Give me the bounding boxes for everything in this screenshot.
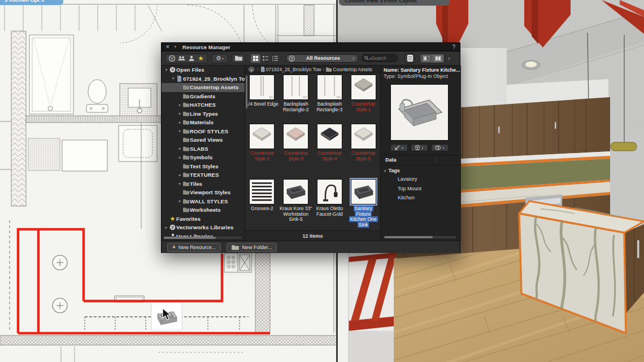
tree-item-gradients[interactable]: Gradients [162,92,245,101]
tree-item-viewport-styles[interactable]: Viewport Styles [162,188,245,197]
preview-mode-2d-button[interactable]: ▾ [390,144,408,151]
list-detail-view-icon[interactable] [270,54,280,63]
tree-item-roof-styles[interactable]: ▸ROOF STYLES [162,127,245,136]
tree-item-line-types[interactable]: ▸Line Types [162,110,245,119]
resource-thumbnail[interactable] [283,124,308,149]
search-box[interactable]: ▾ [362,54,398,62]
tree-item-slabs[interactable]: ▸SLABS [162,145,245,154]
tree-item-saved-views[interactable]: Saved Views [162,136,245,145]
toolbar-overflow-icon[interactable]: › [448,55,450,62]
resource-thumbnail[interactable] [351,124,376,149]
single-pane-icon[interactable] [420,54,432,63]
dragged-sink-symbol[interactable] [151,303,182,331]
tree-item-symbols[interactable]: ▸Symbols [162,153,245,162]
expand-icon[interactable]: ▸ [177,129,182,133]
preview-pane-toggle-group [420,54,445,63]
settings-button[interactable]: ⚙▾ [211,54,228,63]
tree-item-wall-styles[interactable]: ▸WALL STYLES [162,197,245,206]
resource-item-countertop-style-2[interactable]: Countertop Style-2 [245,123,279,178]
resource-thumbnail[interactable] [317,75,342,100]
expand-icon[interactable]: ▸ [177,111,182,116]
tree-item-hatches[interactable]: ▸HATCHES [162,101,245,110]
tag-item-top-mount[interactable]: Top Mount [398,186,421,191]
new-folder-button[interactable]: New Folder... [227,243,277,252]
resource-thumbnail[interactable] [249,179,275,204]
tree-item-textures[interactable]: ▸TEXTURES [162,171,245,180]
resource-item-countertop-style-3[interactable]: Countertop Style-3 [279,123,313,178]
resource-item-countertop-style-1[interactable]: Countertop Style-1 [346,73,380,123]
collapse-icon[interactable]: ▾ [171,76,176,81]
tags-group-header[interactable]: ▾Tags [384,168,400,173]
close-icon[interactable]: ✕ [166,44,170,50]
resource-item-1-4-bevel-edge[interactable]: 1/4 Bevel Edge [245,73,279,123]
resource-item-countertop-style-5[interactable]: Countertop Style-5 [346,123,380,178]
vw-icon: V [169,224,176,230]
resource-item-sanitary-fixture-kitchen-one-sink[interactable]: Sanitary Fixture Kitchen One Sink [346,178,380,230]
expand-icon[interactable]: ▸ [177,120,182,125]
new-folder-toolbar-button[interactable] [232,54,245,63]
resource-thumbnail[interactable] [249,124,275,149]
tree-item-tiles[interactable]: ▸Tiles [162,180,245,189]
favorites-icon[interactable]: ★ [196,54,206,63]
resource-thumbnail[interactable] [283,179,308,204]
add-window-icon[interactable]: + [174,44,177,50]
breadcrumb-file[interactable]: 071924_25_Brooklyn Tow [266,67,321,72]
preview-mode-3d-button[interactable]: ▾ [411,144,428,151]
tree-item-open-files[interactable]: ▾VOpen Files [162,66,245,75]
tag-item-kitchen[interactable]: Kitchen [398,195,421,200]
render-view-label[interactable]: Custom View 3 Floor Layout [339,0,450,6]
user-libraries-icon[interactable] [186,54,196,63]
resource-thumbnail[interactable] [351,179,376,204]
resource-item-kraus-oletto-faucet-gold[interactable]: Kraus Oletto Faucet-Gold [313,178,347,230]
expand-icon[interactable]: ▸ [177,181,182,186]
breadcrumb-folder[interactable]: Countertop Assets [333,67,372,72]
tree-item-materials[interactable]: ▸Materials [162,118,245,127]
breadcrumb[interactable]: V › 071924_25_Brooklyn Tow › Countertop … [245,66,380,73]
resource-thumbnail[interactable] [317,179,342,204]
resource-item-backsplash-rectangle-3[interactable]: Backsplash Rectangle-3 [313,73,347,123]
help-icon[interactable]: ? [452,44,455,50]
expand-icon[interactable]: ▸ [177,146,182,151]
resource-thumbnail[interactable] [351,75,376,100]
plan-view-tab[interactable]: 3 Kitchen Opt 3 [0,0,63,5]
grid-vertical-scrollbar[interactable] [246,76,247,108]
shared-libraries-icon[interactable] [177,54,186,63]
star-icon: ★ [169,216,176,222]
resource-thumbnail[interactable] [249,75,275,100]
data-section-header[interactable]: Data [385,157,397,163]
resource-item-grooves-2[interactable]: Grooves-2 [245,178,279,230]
tree-item-vectorworks-libraries[interactable]: ▸VVectorworks Libraries [162,223,245,232]
vectorworks-libraries-icon[interactable]: V [167,54,177,63]
expand-icon[interactable]: ▸ [164,225,169,230]
preview-render-button[interactable]: ▾ [431,144,449,151]
resource-item-kraus-kore-33-workstation-sink-5[interactable]: Kraus Kore 33" Workstation Sink-5 [279,178,313,230]
resource-thumbnail[interactable] [283,75,308,100]
resource-label: Countertop Style-5 [347,151,380,162]
expand-icon[interactable]: ▸ [177,199,182,203]
compare-panel-button[interactable] [404,54,415,63]
tree-item-countertop-assets[interactable]: Countertop Assets [162,83,245,92]
tree-item-favorites[interactable]: ★Favorites [162,215,245,224]
collapse-icon[interactable]: ▾ [164,68,169,72]
resource-label: Kraus Kore 33" Workstation Sink-5 [280,206,312,223]
dialog-titlebar[interactable]: ✕ + Resource Manager ? [162,43,460,51]
list-thumbnail-view-icon[interactable] [260,54,270,63]
tree-item-071924-25-brooklyn-to[interactable]: ▾071924_25_Brooklyn To [162,75,245,84]
resource-thumbnail[interactable] [317,124,342,149]
sidebar-horizontal-scrollbar[interactable] [164,237,242,239]
search-input[interactable] [371,55,394,61]
dual-pane-icon[interactable] [432,54,444,63]
info-horizontal-scrollbar[interactable] [384,236,456,238]
tree-item-text-styles[interactable]: Text Styles [162,162,245,171]
resource-filter-select[interactable]: V All Resources ⇕ [286,54,358,63]
tree-item-worksheets[interactable]: Worksheets [162,206,245,215]
resource-item-backsplash-rectangle-2[interactable]: Backsplash Rectangle-2 [279,73,313,123]
grid-view-icon[interactable] [251,54,260,63]
folder-icon [182,207,190,212]
expand-icon[interactable]: ▸ [177,155,182,160]
expand-icon[interactable]: ▸ [177,173,182,177]
tag-item-lavatory[interactable]: Lavatory [398,176,421,182]
resource-item-countertop-style-4[interactable]: Countertop Style-4 [313,123,347,178]
expand-icon[interactable]: ▸ [177,103,182,107]
new-resource-button[interactable]: + New Resource... [167,243,221,252]
